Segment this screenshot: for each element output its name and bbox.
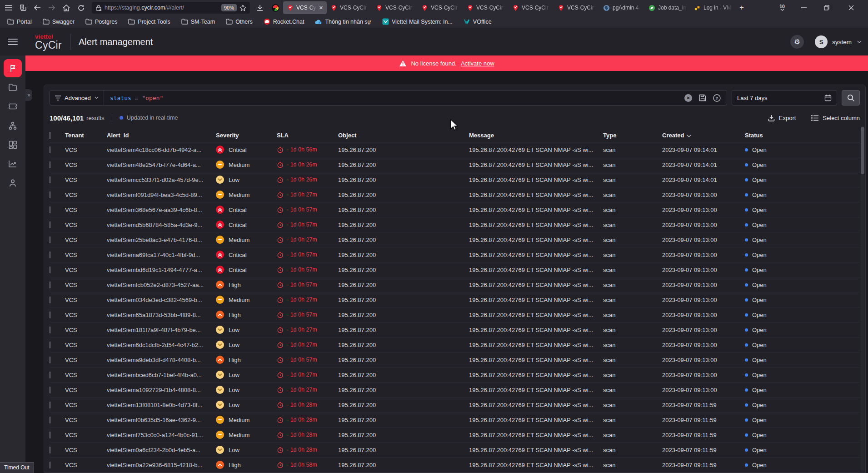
cell-alert-id[interactable]: viettelSiema1092729-f1b4-4808-8...	[107, 387, 216, 393]
browser-tab[interactable]: VCS-CyCir	[327, 1, 372, 14]
cell-alert-id[interactable]: viettelSiem25be8ac3-e47b-4176-8...	[107, 236, 216, 243]
browser-menu-icon[interactable]	[2, 2, 15, 14]
browser-tab[interactable]: Log in - VM	[690, 1, 736, 14]
clear-query-icon[interactable]: ✕	[684, 94, 692, 102]
sidebar-item-reports[interactable]	[4, 155, 22, 173]
table-row[interactable]: VCSviettelSiembd6d19c1-1494-4777-a...Cri…	[50, 262, 860, 277]
table-row[interactable]: VCSviettelSiem65a1873d-53bb-4f89-8...Hig…	[50, 307, 860, 322]
row-checkbox[interactable]	[50, 387, 50, 393]
cell-alert-id[interactable]: viettelSiem0a22e936-6815-4218-b...	[107, 462, 216, 468]
bookmark-item[interactable]: Others	[226, 19, 253, 25]
browser-tab[interactable]: VCS-CyCir	[463, 1, 509, 14]
cell-alert-id[interactable]: viettelSiem65a1873d-53bb-4f89-8...	[107, 312, 216, 318]
row-checkbox[interactable]	[50, 342, 50, 348]
row-checkbox[interactable]	[50, 146, 50, 153]
table-row[interactable]: VCSviettelSiemf753c0c0-a124-4b0c-91...Me…	[50, 428, 860, 443]
back-icon[interactable]	[31, 2, 44, 14]
row-checkbox[interactable]	[50, 372, 50, 378]
lock-warning-icon[interactable]	[95, 5, 102, 11]
row-checkbox[interactable]	[50, 176, 50, 183]
date-range-picker[interactable]: Last 7 days	[732, 90, 837, 106]
user-avatar[interactable]: S	[815, 35, 828, 48]
cell-alert-id[interactable]: viettelSiemf0b635d5-16ae-4362-9...	[107, 417, 216, 423]
bookmark-star-icon[interactable]	[239, 5, 246, 11]
table-row[interactable]: VCSviettelSiem6dc1dcfb-2d54-4c47-b2...Lo…	[50, 337, 860, 352]
cell-alert-id[interactable]: viettelSiema9deb3df-d478-4408-b...	[107, 357, 216, 363]
table-row[interactable]: VCSviettelSiem13f08101-8e0b-4d73-8f...Lo…	[50, 398, 860, 413]
cell-alert-id[interactable]: viettelSiembced6cb7-1bef-4f4b-a0...	[107, 372, 216, 378]
browser-tab[interactable]: VCS-CyCir	[372, 1, 418, 14]
table-row[interactable]: VCSviettelSiema1092729-f1b4-4808-8...Low…	[50, 382, 860, 398]
row-checkbox[interactable]	[50, 462, 50, 468]
scrollbar-thumb[interactable]	[861, 127, 864, 174]
home-icon[interactable]	[60, 2, 73, 14]
cell-alert-id[interactable]: viettelSiem034de3ed-c382-4569-b...	[107, 297, 216, 303]
bookmark-item[interactable]: Project Tools	[128, 19, 170, 25]
table-row[interactable]: VCSviettelSiem4c18cc06-dd7b-4942-a...Cri…	[50, 142, 860, 157]
window-restore-icon[interactable]	[817, 0, 836, 15]
column-header-sla[interactable]: SLA	[277, 132, 338, 139]
row-checkbox[interactable]	[50, 206, 50, 213]
row-checkbox[interactable]	[50, 282, 50, 288]
select-all-checkbox[interactable]	[50, 132, 50, 139]
cell-alert-id[interactable]: viettelSiemfcb052e2-d873-4527-aa...	[107, 282, 216, 288]
table-row[interactable]: VCSviettelSiem25be8ac3-e47b-4176-8...Med…	[50, 232, 860, 247]
bookmark-item[interactable]: VOffice	[464, 19, 492, 25]
forward-icon[interactable]	[45, 2, 58, 14]
bookmark-item[interactable]: SM-Team	[181, 19, 215, 25]
new-tab-icon[interactable]: +	[736, 3, 748, 12]
browser-tab[interactable]: VCS-CyCir	[509, 1, 554, 14]
bookmark-item[interactable]: Portal	[7, 19, 32, 25]
zoom-level-badge[interactable]: 90%	[221, 4, 237, 11]
row-checkbox[interactable]	[50, 161, 50, 168]
brand-logo[interactable]: viettel CyCir	[35, 34, 62, 50]
row-checkbox[interactable]	[50, 417, 50, 423]
extension-colorwheel-icon[interactable]	[272, 4, 279, 12]
sidebar-toggle-icon[interactable]	[16, 2, 29, 14]
bookmark-item[interactable]: Thông tin nhân sự	[315, 19, 371, 25]
cell-alert-id[interactable]: viettelSiema69fca17-40c1-4fbf-9d...	[107, 252, 216, 258]
bookmark-item[interactable]: Postgres	[85, 19, 117, 25]
app-menu-icon[interactable]	[8, 37, 18, 47]
column-header-message[interactable]: Message	[469, 132, 603, 139]
table-row[interactable]: VCSviettelSiemfcb052e2-d873-4527-aa...Hi…	[50, 277, 860, 292]
browser-tab[interactable]: VCS-CyC✕	[283, 1, 327, 14]
sidebar-item-tickets[interactable]	[4, 97, 22, 116]
column-header-status[interactable]: Status	[745, 132, 860, 139]
table-row[interactable]: VCSviettelSiem0a6cf234-2b0d-4eb5-a...Low…	[50, 443, 860, 458]
table-row[interactable]: VCSviettelSiemf091d94f-bea3-4c5d-89...Me…	[50, 187, 860, 202]
sidebar-item-assets[interactable]	[4, 116, 22, 135]
table-row[interactable]: VCSviettelSiem0a22e936-6815-4218-b...Hig…	[50, 458, 860, 473]
table-row[interactable]: VCSviettelSiem368e567e-aa39-4c6b-8...Cri…	[50, 202, 860, 217]
browser-tab[interactable]: Job data_in	[645, 1, 690, 14]
url-bar[interactable]: https://staging.cycir.com/#/alert/ 90%	[92, 2, 250, 14]
row-checkbox[interactable]	[50, 312, 50, 318]
filter-query-box[interactable]: Advanced status = "open" ✕ ?	[50, 90, 727, 106]
cell-alert-id[interactable]: viettelSiembd6d19c1-1494-4777-a...	[107, 267, 216, 273]
cell-alert-id[interactable]: viettelSiemcc5337f1-d02a-457d-9e...	[107, 176, 216, 183]
browser-tab[interactable]: VCS-CyCir	[554, 1, 599, 14]
cell-alert-id[interactable]: viettelSiem181f7a9f-487f-4b79-be...	[107, 327, 216, 333]
cell-alert-id[interactable]: viettelSiem48e2547b-f77e-4d64-a...	[107, 161, 216, 168]
row-checkbox[interactable]	[50, 447, 50, 453]
bookmark-item[interactable]: Swagger	[43, 19, 75, 25]
table-row[interactable]: VCSviettelSiem48e2547b-f77e-4d64-a...Med…	[50, 157, 860, 172]
column-header-created[interactable]: Created	[662, 132, 745, 139]
cell-alert-id[interactable]: viettelSiem6dc1dcfb-2d54-4c47-b2...	[107, 342, 216, 348]
url-text[interactable]: https://staging.cycir.com/#/alert/	[105, 5, 219, 11]
table-row[interactable]: VCSviettelSiemf0b635d5-16ae-4362-9...Med…	[50, 413, 860, 428]
bookmark-item[interactable]: Rocket.Chat	[264, 18, 304, 25]
column-header-severity[interactable]: Severity	[216, 132, 277, 139]
row-checkbox[interactable]	[50, 236, 50, 243]
window-minimize-icon[interactable]	[794, 0, 813, 15]
search-button[interactable]	[842, 90, 860, 106]
filter-mode-dropdown[interactable]: Advanced	[50, 91, 104, 105]
cell-alert-id[interactable]: viettelSiem4c18cc06-dd7b-4942-a...	[107, 146, 216, 153]
settings-gear-icon[interactable]: ⚙	[790, 35, 804, 49]
user-name[interactable]: system	[832, 39, 852, 45]
browser-tab[interactable]: VCS-CyCir	[418, 1, 463, 14]
downloads-icon[interactable]	[254, 2, 266, 14]
table-row[interactable]: VCSviettelSiem181f7a9f-487f-4b79-be...Lo…	[50, 322, 860, 337]
sidebar-item-users[interactable]	[4, 174, 22, 192]
column-header-type[interactable]: Type	[603, 132, 662, 139]
